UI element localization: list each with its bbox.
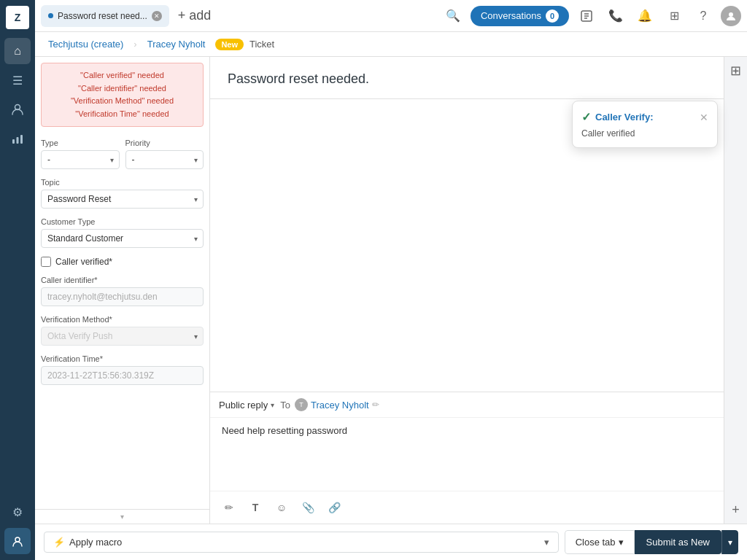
priority-select[interactable]: - <box>125 150 204 169</box>
nav-customers[interactable] <box>4 96 31 122</box>
help-button[interactable]: ? <box>692 4 715 28</box>
verification-method-field-group: Verification Method* Okta Verify Push <box>41 315 204 346</box>
format-text-icon[interactable]: T <box>245 497 266 518</box>
conversations-button[interactable]: Conversations 0 <box>471 6 569 26</box>
caller-identifier-input[interactable] <box>41 287 204 306</box>
format-compose-icon[interactable]: ✏ <box>219 497 239 518</box>
submit-button[interactable]: Submit as New <box>635 530 721 554</box>
customer-type-select-wrapper: Standard Customer <box>41 229 204 248</box>
tab-dot <box>48 13 53 18</box>
scroll-down-indicator: ▾ <box>120 513 124 521</box>
popup-body: Caller verified <box>581 128 708 139</box>
bottom-bar: ⚡ Apply macro ▾ Close tab ▾ Submit as Ne… <box>35 524 747 560</box>
conversations-label: Conversations <box>481 10 541 21</box>
customer-type-select[interactable]: Standard Customer <box>41 229 204 248</box>
popup-close-button[interactable]: ✕ <box>700 112 708 123</box>
status-ticket-badge: Ticket <box>249 39 274 50</box>
main-content: Password reset need... ✕ + add 🔍 Convers… <box>35 0 747 560</box>
macro-label: Apply macro <box>69 537 122 548</box>
format-link-icon[interactable]: 🔗 <box>324 497 344 518</box>
customer-type-field-group: Customer Type Standard Customer <box>41 217 204 248</box>
topic-select-wrapper: Password Reset <box>41 190 204 209</box>
reply-to-section: To T Tracey Nyholt ✏ <box>280 398 379 411</box>
close-tab-button[interactable]: Close tab ▾ <box>565 530 635 554</box>
popup-header: ✓ Caller Verify: ✕ <box>581 110 708 124</box>
search-button[interactable]: 🔍 <box>441 4 465 28</box>
topic-field-group: Topic Password Reset <box>41 178 204 209</box>
notifications-button[interactable]: 🔔 <box>633 4 657 28</box>
type-select[interactable]: - <box>41 150 120 169</box>
svg-rect-1 <box>12 139 15 144</box>
apps-add-icon[interactable]: + <box>732 502 740 518</box>
phone-button[interactable]: 📞 <box>604 4 627 28</box>
error-box: "Caller verified" needed "Caller identif… <box>41 63 204 127</box>
verification-method-select[interactable]: Okta Verify Push <box>41 327 204 346</box>
verify-check-icon: ✓ <box>581 110 591 124</box>
reply-type-button[interactable]: Public reply ▾ <box>219 400 274 411</box>
recipient-tag: T Tracey Nyholt ✏ <box>295 398 379 411</box>
ticket-subject: Password reset needed. <box>210 57 747 99</box>
error-line-2: "Caller identifier" needed <box>47 82 197 96</box>
close-tab-label: Close tab <box>576 537 616 548</box>
body-layout: "Caller verified" needed "Caller identif… <box>35 57 747 524</box>
apps-panel: ⊞ + <box>724 57 747 524</box>
apps-grid-icon[interactable]: ⊞ <box>730 63 741 79</box>
sidebar-scroll-bottom: ▾ <box>35 509 209 524</box>
nav-views[interactable]: ☰ <box>4 67 31 93</box>
close-tab-chevron: ▾ <box>619 537 624 548</box>
sub-header: Techjutsu (create) › Tracey Nyholt New T… <box>35 32 747 57</box>
nav-settings[interactable]: ⚙ <box>4 499 31 525</box>
tab-close-button[interactable]: ✕ <box>152 11 162 21</box>
reply-toolbar: Public reply ▾ To T Tracey Nyholt ✏ CC <box>210 392 747 418</box>
reply-body-input[interactable]: Need help resetting password <box>210 418 747 491</box>
type-label: Type <box>41 139 120 147</box>
nav-reports[interactable] <box>4 125 31 152</box>
format-attach-icon[interactable]: 📎 <box>298 497 318 518</box>
svg-rect-2 <box>17 137 19 144</box>
nav-avatar[interactable] <box>4 528 31 554</box>
submit-dropdown-button[interactable]: ▾ <box>721 530 738 554</box>
logo: Z <box>6 6 29 29</box>
verification-time-label: Verification Time* <box>41 354 204 363</box>
recipient-edit-icon[interactable]: ✏ <box>372 400 379 410</box>
apply-macro-button[interactable]: ⚡ Apply macro ▾ <box>44 532 559 553</box>
breadcrumb-user[interactable]: Tracey Nyholt <box>143 36 210 52</box>
top-bar: Password reset need... ✕ + add 🔍 Convers… <box>35 0 747 32</box>
caller-verify-popup: ✓ Caller Verify: ✕ Caller verified <box>572 101 718 148</box>
caller-identifier-field-group: Caller identifier* <box>41 276 204 306</box>
user-avatar[interactable] <box>721 6 741 26</box>
verification-method-label: Verification Method* <box>41 315 204 324</box>
reply-type-label: Public reply <box>219 400 268 411</box>
svg-point-9 <box>729 12 733 17</box>
format-emoji-icon[interactable]: ☺ <box>271 497 292 518</box>
reply-format-bar: ✏ T ☺ 📎 🔗 <box>210 491 747 524</box>
error-line-4: "Verification Time" needed <box>47 108 197 121</box>
reply-body-text: Need help resetting password <box>222 425 347 436</box>
error-line-3: "Verification Method" needed <box>47 95 197 108</box>
caller-verified-checkbox[interactable] <box>41 257 51 267</box>
topic-select[interactable]: Password Reset <box>41 190 204 209</box>
topbar-right: 🔍 Conversations 0 📞 🔔 ⊞ ? <box>441 4 741 28</box>
caller-verified-field: Caller verified* <box>41 257 204 267</box>
nav-home[interactable]: ⌂ <box>4 38 31 64</box>
macro-icon: ⚡ <box>53 537 65 548</box>
submit-label: Submit as New <box>646 537 710 548</box>
breadcrumb-separator: › <box>133 39 136 50</box>
ticket-area: ✓ Caller Verify: ✕ Caller verified Passw… <box>210 57 747 524</box>
tab-label: Password reset need... <box>58 11 147 21</box>
caller-verified-label: Caller verified* <box>55 257 112 267</box>
sidebar: "Caller verified" needed "Caller identif… <box>35 57 210 524</box>
popup-title: ✓ Caller Verify: <box>581 110 654 124</box>
submit-group: Close tab ▾ Submit as New ▾ <box>565 530 738 554</box>
error-line-1: "Caller verified" needed <box>47 69 197 82</box>
add-tab-button[interactable]: + add <box>172 5 217 26</box>
verification-time-field-group: Verification Time* <box>41 354 204 385</box>
breadcrumb-create[interactable]: Techjutsu (create) <box>44 36 128 52</box>
active-tab[interactable]: Password reset need... ✕ <box>41 5 169 27</box>
caller-identifier-label: Caller identifier* <box>41 276 204 284</box>
verification-time-input[interactable] <box>41 366 204 385</box>
type-priority-row: Type - Priority - <box>41 139 204 169</box>
apps-button[interactable]: ⊞ <box>662 4 686 28</box>
svg-rect-3 <box>20 135 23 144</box>
compose-button[interactable] <box>575 4 598 28</box>
